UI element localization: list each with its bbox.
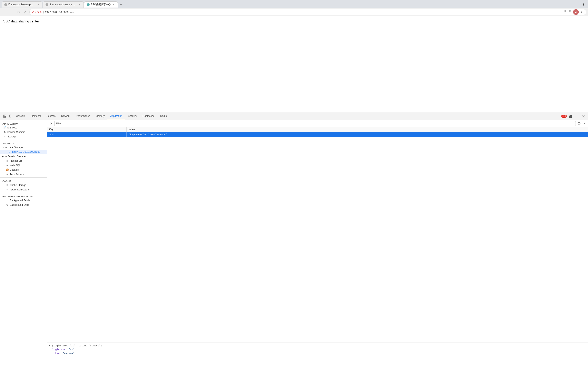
back-button[interactable]: ← <box>2 9 7 15</box>
sidebar-item-cookies[interactable]: 🍪 Cookies <box>0 167 47 172</box>
filter-refresh-button[interactable]: ⟳ <box>49 121 53 126</box>
security-warning: 不安全 <box>32 11 42 14</box>
local-storage-url-label: http://192.168.0.100:5000 <box>12 150 40 153</box>
tab-bar: iframe+postMessage跨域通信... × iframe+postM… <box>0 0 588 8</box>
trust-tokens-icon: ≡ <box>6 173 9 176</box>
sidebar-item-web-sql[interactable]: ≡ Web SQL <box>0 163 47 167</box>
storage-section-label: Storage <box>0 141 47 145</box>
svg-point-9 <box>581 12 582 13</box>
devtools-close-icon[interactable] <box>581 113 586 119</box>
svg-point-15 <box>578 116 579 117</box>
filter-input[interactable] <box>54 121 576 126</box>
preview-collapse-line[interactable]: ▼ {loginname: "zs", token: "remove"} <box>49 344 586 348</box>
sidebar-item-bg-sync[interactable]: ↻ Background Sync <box>0 203 47 207</box>
devtools-right: 6 <box>561 113 586 119</box>
table-row[interactable]: user {"loginname":"zs","token":"remove"} <box>47 132 588 137</box>
filter-bar: ⟳ i ✕ <box>47 120 588 127</box>
devtools-bottom-preview: ▼ {loginname: "zs", token: "remove"} log… <box>47 342 588 367</box>
chrome-dots-menu[interactable] <box>580 9 584 13</box>
refresh-button[interactable]: ↻ <box>16 9 21 15</box>
preview-loginname-line: loginname: "zs" <box>49 348 586 352</box>
tab-sources[interactable]: Sources <box>44 112 58 120</box>
tab-security[interactable]: Security <box>125 112 140 120</box>
cache-storage-label: Cache Storage <box>10 184 26 187</box>
bg-sync-label: Background Sync <box>10 203 29 206</box>
tab-title-2: iframe+postMessage跨域通信... <box>50 3 77 6</box>
svg-rect-3 <box>569 10 570 11</box>
forward-button[interactable]: → <box>9 9 14 15</box>
svg-rect-6 <box>571 11 571 12</box>
sidebar-item-service-workers[interactable]: ⚙ Service Workers <box>0 130 47 134</box>
devtools-inspect-icon[interactable] <box>2 113 7 119</box>
svg-point-14 <box>577 116 577 117</box>
svg-point-8 <box>581 11 582 12</box>
preview-loginname-value: "zs" <box>68 348 74 351</box>
browser-tab-3[interactable]: SSO数据共享中心 × <box>84 1 118 8</box>
tab-favicon-3 <box>87 3 90 6</box>
devtools-sidebar: Application 📄 Manifest ⚙ Service Workers… <box>0 120 47 367</box>
address-bar: ← → ↻ ⌂ 不安全 | 192.168.0.100:5000/sso/ Z <box>0 8 588 16</box>
svg-point-2 <box>583 6 584 6</box>
devtools-more-icon[interactable] <box>574 113 580 119</box>
devtools: Console Elements Sources Network Perform… <box>0 112 588 367</box>
address-icons: Z <box>563 9 584 15</box>
tab-close-2[interactable]: × <box>78 3 81 6</box>
sidebar-item-app-cache[interactable]: ≡ Application Cache <box>0 187 47 192</box>
sidebar-item-local-storage[interactable]: ▼ ≡ Local Storage <box>0 145 47 150</box>
tab-elements[interactable]: Elements <box>28 112 44 120</box>
tab-application[interactable]: Application <box>107 112 125 120</box>
address-input-wrap[interactable]: 不安全 | 192.168.0.100:5000/sso/ Z <box>29 9 586 15</box>
profile-button[interactable]: Z <box>573 9 579 15</box>
tab-redux[interactable]: Redux <box>157 112 170 120</box>
tab-lighthouse[interactable]: Lighthouse <box>140 112 157 120</box>
tab-console[interactable]: Console <box>13 112 28 120</box>
filter-info-icon[interactable]: i <box>577 122 581 125</box>
table-header: Key Value <box>47 127 588 132</box>
devtools-settings-icon[interactable] <box>568 113 573 119</box>
tab-favicon-2 <box>45 3 48 6</box>
sidebar-item-manifest[interactable]: 📄 Manifest <box>0 125 47 130</box>
svg-text:i: i <box>579 123 579 125</box>
tab-network[interactable]: Network <box>58 112 73 120</box>
filter-clear-button[interactable]: ✕ <box>582 122 586 125</box>
devtools-body: Application 📄 Manifest ⚙ Service Workers… <box>0 120 588 367</box>
session-storage-arrow: ▶ <box>2 155 4 158</box>
new-tab-button[interactable]: + <box>118 2 124 7</box>
sidebar-item-bg-fetch[interactable]: ↕ Background Fetch <box>0 198 47 203</box>
sidebar-item-local-storage-url[interactable]: ▷ http://192.168.0.100:5000 <box>0 150 47 154</box>
storage-table: Key Value user {"loginname":"zs","token"… <box>47 127 588 342</box>
chrome-menu-icon[interactable] <box>581 2 586 7</box>
manifest-icon: 📄 <box>3 126 6 129</box>
devtools-main: ⟳ i ✕ Key Value user {"loginname":"zs","… <box>47 120 588 367</box>
col-header-key: Key <box>47 127 127 132</box>
bookmark-icon[interactable] <box>563 9 567 13</box>
sidebar-item-storage[interactable]: ≡ Storage <box>0 134 47 139</box>
table-body: user {"loginname":"zs","token":"remove"} <box>47 132 588 342</box>
tab-performance[interactable]: Performance <box>73 112 93 120</box>
home-button[interactable]: ⌂ <box>22 9 28 15</box>
extensions-icon[interactable] <box>568 9 572 13</box>
sidebar-item-cache-storage[interactable]: ≡ Cache Storage <box>0 183 47 187</box>
page-title: SSO data sharing center <box>3 20 39 23</box>
tab-close-3[interactable]: × <box>112 3 115 6</box>
app-cache-label: Application Cache <box>10 188 30 191</box>
browser-tab-1[interactable]: iframe+postMessage跨域通信... × <box>2 1 43 8</box>
table-cell-key: user <box>47 132 127 137</box>
local-storage-arrow: ▼ <box>2 146 4 149</box>
sidebar-item-indexeddb[interactable]: ≡ IndexedDB <box>0 159 47 163</box>
sidebar-item-trust-tokens[interactable]: ≡ Trust Tokens <box>0 172 47 176</box>
sidebar-item-session-storage[interactable]: ▶ ≡ Session Storage <box>0 154 47 159</box>
browser-tab-2[interactable]: iframe+postMessage跨域通信... × <box>43 1 84 8</box>
preview-collapse-arrow[interactable]: ▼ {loginname: "zs", token: "remove"} <box>49 344 102 347</box>
page-content: SSO data sharing center <box>0 16 588 112</box>
svg-rect-5 <box>569 11 570 12</box>
trust-tokens-label: Trust Tokens <box>10 173 24 176</box>
svg-rect-11 <box>9 115 11 117</box>
tab-close-1[interactable]: × <box>36 3 40 6</box>
table-cell-value: {"loginname":"zs","token":"remove"} <box>127 132 588 137</box>
preview-loginname-key: loginname: <box>52 348 67 351</box>
bg-services-section-label: Background Services <box>0 194 47 198</box>
local-storage-icon: ≡ <box>5 146 7 149</box>
tab-memory[interactable]: Memory <box>93 112 107 120</box>
devtools-device-icon[interactable] <box>7 113 13 119</box>
